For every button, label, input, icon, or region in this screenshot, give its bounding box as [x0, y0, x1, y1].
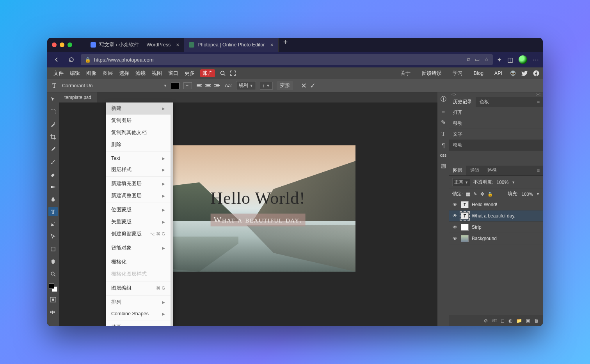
swatches-panel-icon[interactable]: ▧ — [441, 162, 446, 169]
cancel-button[interactable]: ✕ — [301, 81, 307, 90]
path-select-tool[interactable] — [48, 232, 58, 241]
type-tool[interactable]: T — [48, 207, 58, 216]
quickmask-button[interactable] — [48, 295, 58, 304]
link-learn[interactable]: 学习 — [450, 70, 466, 77]
chevron-down-icon[interactable]: ▼ — [512, 180, 515, 184]
align-center-button[interactable] — [204, 82, 212, 89]
menu-item[interactable]: 新建填充图层▶ — [106, 178, 171, 190]
profile-avatar[interactable] — [519, 55, 527, 64]
menu-item[interactable]: 智能对象▶ — [106, 242, 171, 254]
paragraph-panel-icon[interactable]: ¶ — [442, 142, 445, 148]
menu-item[interactable]: 动画▶ — [106, 321, 171, 326]
menu-item[interactable]: 栅格化 — [106, 256, 171, 268]
lock-pixels-icon[interactable]: ✎ — [473, 191, 477, 197]
tab-layers[interactable]: 图层 — [449, 166, 466, 175]
history-item[interactable]: 移动 — [449, 140, 543, 151]
browser-tab-2[interactable]: Photopea | Online Photo Editor × — [184, 38, 278, 52]
collapse-left-icon[interactable]: <> — [451, 92, 456, 97]
new-tab-button[interactable]: + — [279, 38, 293, 52]
canvas-viewport[interactable]: Hello World! What a beautiful day. 新建▶复制… — [59, 102, 437, 326]
gradient-tool[interactable] — [48, 182, 58, 191]
tab-channels[interactable]: 通道 — [466, 166, 483, 175]
extensions-icon[interactable]: ✦ — [497, 56, 502, 64]
zoom-tool[interactable] — [48, 269, 58, 279]
maximize-window-button[interactable] — [68, 42, 72, 47]
eyedropper-tool[interactable] — [48, 145, 58, 154]
tab-history[interactable]: 历史记录 — [449, 97, 476, 107]
commit-button[interactable]: ✓ — [310, 81, 316, 90]
history-item[interactable]: 移动 — [449, 118, 543, 129]
canvas-subhead-selection[interactable]: What a beautiful day. — [211, 214, 306, 226]
canvas[interactable]: Hello World! What a beautiful day. — [160, 145, 355, 272]
visibility-toggle-icon[interactable]: 👁 — [452, 202, 458, 207]
pen-tool[interactable] — [48, 219, 58, 229]
layer-thumbnail[interactable]: T — [461, 212, 469, 219]
text-color-swatch[interactable] — [171, 82, 179, 89]
back-button[interactable] — [51, 54, 62, 65]
close-window-button[interactable] — [52, 42, 57, 47]
panel-menu-icon[interactable]: ≡ — [534, 99, 543, 105]
layer-thumbnail[interactable]: T — [461, 201, 469, 208]
menu-item[interactable]: 新建▶ — [106, 102, 171, 115]
address-field[interactable]: 🔒 https://www.photopea.com ⧉ ▭ ☆ — [81, 54, 493, 65]
menu-layer[interactable]: 图层 — [100, 67, 116, 79]
menu-file[interactable]: 文件 — [50, 67, 67, 79]
document-tab[interactable]: template.psd — [59, 92, 97, 102]
info-panel-icon[interactable]: ⓘ — [441, 95, 446, 103]
menu-more[interactable]: 更多 — [181, 67, 198, 79]
brush-panel-icon[interactable]: ✎ — [441, 119, 446, 126]
tab-paths[interactable]: 路径 — [483, 166, 501, 175]
layer-row[interactable]: 👁Strip — [449, 222, 543, 233]
fill-value[interactable]: 100% — [522, 192, 533, 196]
history-item[interactable]: 文字 — [449, 129, 543, 140]
hand-tool[interactable] — [48, 257, 58, 266]
reload-button[interactable] — [66, 54, 77, 65]
add-mask-icon[interactable]: ◻ — [501, 318, 505, 323]
brush-tool[interactable] — [48, 157, 58, 166]
menu-item[interactable]: 新建调整图层▶ — [106, 190, 171, 202]
properties-panel-icon[interactable]: ≡ — [442, 108, 445, 114]
blend-mode-select[interactable]: 正常 ▼ — [452, 178, 470, 186]
pip-icon[interactable]: ▭ — [475, 57, 480, 63]
dropdown-caret-icon[interactable]: ▼ — [163, 84, 167, 88]
menu-item[interactable]: 复制到其他文档 — [106, 127, 171, 139]
menu-item[interactable]: 排列▶ — [106, 296, 171, 308]
text-style-swatch[interactable]: ⋯ — [183, 82, 192, 89]
menu-select[interactable]: 选择 — [116, 67, 132, 79]
sidebar-icon[interactable]: ◫ — [507, 56, 513, 64]
overflow-menu-icon[interactable]: ⋯ — [533, 56, 539, 64]
visibility-toggle-icon[interactable]: 👁 — [452, 213, 458, 219]
close-tab-icon[interactable]: × — [270, 42, 273, 48]
history-item[interactable]: 打开 — [449, 107, 543, 118]
link-about[interactable]: 关于 — [397, 70, 414, 77]
menu-edit[interactable]: 编辑 — [67, 67, 83, 79]
character-panel-icon[interactable]: T — [441, 131, 445, 137]
screen-mode-button[interactable] — [48, 307, 58, 317]
align-right-button[interactable] — [213, 82, 221, 89]
font-family-field[interactable]: Cormorant Un — [62, 83, 97, 88]
link-api[interactable]: API — [491, 71, 505, 76]
layer-row[interactable]: 👁TWhat a beautiful day. — [449, 210, 543, 222]
layer-name[interactable]: Background — [472, 236, 497, 241]
layer-name[interactable]: Hello World! — [472, 202, 497, 207]
menu-item[interactable]: 图层编组⌘ G — [106, 282, 171, 294]
opacity-value[interactable]: 100% — [496, 180, 508, 185]
layer-row[interactable]: 👁Background — [449, 233, 543, 244]
menu-window[interactable]: 窗口 — [165, 67, 181, 79]
tab-swatches[interactable]: 色板 — [476, 97, 493, 107]
blur-tool[interactable] — [48, 194, 58, 204]
layer-thumbnail[interactable] — [461, 235, 469, 242]
eraser-tool[interactable] — [48, 170, 58, 179]
fg-bg-colors[interactable] — [49, 283, 57, 292]
delete-layer-icon[interactable]: 🗑 — [534, 318, 539, 323]
css-panel-icon[interactable]: css — [440, 153, 447, 157]
link-feedback[interactable]: 反馈错误 — [418, 70, 445, 77]
new-folder-icon[interactable]: 📁 — [516, 318, 522, 323]
menu-image[interactable]: 图像 — [83, 67, 100, 79]
crop-tool[interactable] — [48, 132, 58, 141]
marquee-tool[interactable] — [48, 107, 58, 117]
shape-tool[interactable] — [48, 244, 58, 254]
menu-item[interactable]: Combine Shapes▶ — [106, 308, 171, 319]
search-icon[interactable] — [220, 70, 226, 76]
layer-name[interactable]: What a beautiful day. — [472, 213, 515, 219]
